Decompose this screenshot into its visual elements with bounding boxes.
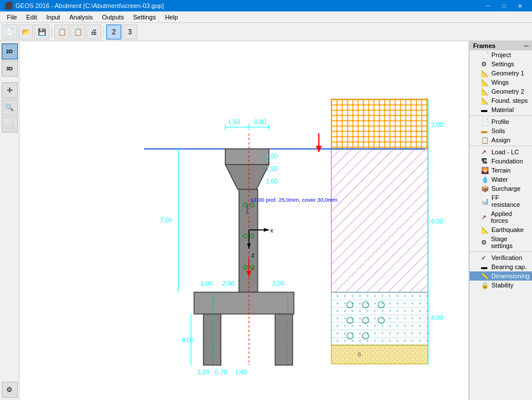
water-icon: 💧 <box>481 176 489 183</box>
menu-file[interactable]: File <box>2 11 22 23</box>
dimensioning-icon: 📏 <box>481 273 489 279</box>
panel-dimensioning[interactable]: 📏Dimensioning <box>470 271 532 281</box>
stability-icon: 🔒 <box>481 282 489 289</box>
panel-material[interactable]: ▬Material <box>470 105 532 114</box>
material-icon: ▬ <box>481 106 489 113</box>
svg-text:1,20: 1,20 <box>197 369 209 375</box>
open-button[interactable]: 📂 <box>18 25 33 39</box>
copy-button[interactable]: 📋 <box>54 25 69 39</box>
save-button[interactable]: 💾 <box>34 25 49 39</box>
panel-water[interactable]: 💧Water <box>470 175 532 184</box>
menu-analysis[interactable]: Analysis <box>65 11 97 23</box>
svg-text:2,00: 2,00 <box>272 280 284 287</box>
profile-icon: 📄 <box>481 118 489 125</box>
frames-collapse[interactable]: ─ <box>524 42 529 49</box>
titlebar-controls[interactable]: ─ □ ✕ <box>481 1 527 11</box>
svg-text:z: z <box>252 251 255 258</box>
menu-help[interactable]: Help <box>160 11 182 23</box>
svg-text:1,00: 1,00 <box>266 153 278 159</box>
panel-stage-settings[interactable]: ⚙Stage settings <box>470 234 532 250</box>
maximize-button[interactable]: □ <box>497 1 511 11</box>
titlebar-left: ⬛ GEOS 2016 - Abutment [C:\Abutment\scre… <box>5 2 164 10</box>
panel-project[interactable]: 📄Project <box>470 50 532 59</box>
svg-text:2,00: 2,00 <box>223 280 235 287</box>
panel-wings[interactable]: 📐Wings <box>470 78 532 87</box>
zoom-button[interactable]: 🔍 <box>2 99 18 115</box>
print-button[interactable]: 🖨 <box>86 25 101 39</box>
view-3d-button[interactable]: 3D <box>2 61 18 77</box>
svg-text:x: x <box>270 227 273 234</box>
earthquake-icon: 📐 <box>481 226 489 233</box>
pan-button[interactable]: ✛ <box>2 82 18 98</box>
panel-foundation[interactable]: 🏗Foundation <box>470 157 532 166</box>
panel-surcharge[interactable]: 📦Surcharge <box>470 184 532 193</box>
svg-text:12,00 prof. 25,0mm, cover 30,0: 12,00 prof. 25,0mm, cover 30,0mm <box>250 197 337 203</box>
minimize-button[interactable]: ─ <box>481 1 495 11</box>
panel-profile[interactable]: 📄Profile <box>470 117 532 126</box>
settings-icon-button[interactable]: ⚙ <box>2 382 18 398</box>
menu-settings[interactable]: Settings <box>129 11 161 23</box>
menubar: File Edit Input Analysis Outputs Setting… <box>0 11 532 23</box>
svg-rect-16 <box>239 189 258 292</box>
soils-icon: ▬ <box>481 127 489 134</box>
svg-rect-12 <box>331 345 428 364</box>
close-button[interactable]: ✕ <box>513 1 527 11</box>
panel-geometry2[interactable]: 📐Geometry 2 <box>470 87 532 96</box>
view-2d-button[interactable]: 2D <box>2 43 18 59</box>
found-steps-icon: 📐 <box>481 97 489 104</box>
svg-text:1,40: 1,40 <box>235 369 247 375</box>
main-area: 2D 3D ✛ 🔍 ⬜ ⚙ <box>0 41 532 400</box>
svg-rect-14 <box>225 149 269 165</box>
panel-geometry1[interactable]: 📐Geometry 1 <box>470 69 532 78</box>
svg-text:1,00: 1,00 <box>266 178 278 185</box>
panel-ff-resistance[interactable]: 📊FF resistance <box>470 193 532 209</box>
toolbar-2d[interactable]: 2 <box>106 25 121 39</box>
svg-text:0,80: 0,80 <box>254 118 266 125</box>
toolbar-3d[interactable]: 3 <box>122 25 137 39</box>
select-button[interactable]: ⬜ <box>2 117 18 133</box>
window-title: GEOS 2016 - Abutment [C:\Abutment\screen… <box>15 2 164 9</box>
load-icon: ↗ <box>481 149 489 155</box>
menu-edit[interactable]: Edit <box>22 11 42 23</box>
svg-rect-19 <box>275 314 293 365</box>
panel-settings[interactable]: ⚙Settings <box>470 59 532 69</box>
toolbar: 📄 📂 💾 📋 📋 🖨 2 3 <box>0 23 532 41</box>
svg-rect-11 <box>331 292 428 345</box>
bearing-cap-icon: ▬ <box>481 263 489 270</box>
panel-soils[interactable]: ▬Soils <box>470 126 532 135</box>
svg-text:8,00: 8,00 <box>181 337 193 343</box>
svg-text:8,00: 8,00 <box>431 314 443 321</box>
svg-text:7,00: 7,00 <box>160 217 172 223</box>
panel-verification[interactable]: ✓Verification <box>470 253 532 262</box>
geometry2-icon: 📐 <box>481 88 489 95</box>
svg-text:1,50: 1,50 <box>228 118 240 125</box>
panel-bearing-cap[interactable]: ▬Bearing cap. <box>470 262 532 271</box>
svg-rect-18 <box>204 314 221 365</box>
panel-assign[interactable]: 📋Assign <box>470 135 532 145</box>
panel-load-lc[interactable]: ↗Load - LC <box>470 147 532 157</box>
svg-rect-17 <box>194 292 293 314</box>
new-button[interactable]: 📄 <box>2 25 17 39</box>
svg-rect-10 <box>331 149 428 293</box>
ff-resistance-icon: 📊 <box>481 198 489 205</box>
paste-button[interactable]: 📋 <box>70 25 85 39</box>
svg-text:1,50: 1,50 <box>266 165 278 172</box>
assign-icon: 📋 <box>481 137 489 143</box>
svg-rect-9 <box>331 99 428 149</box>
surcharge-icon: 📦 <box>481 185 489 192</box>
drawing-canvas[interactable]: 1,50 0,80 7,00 1,00 1,50 1,00 1,00 2,00 … <box>19 41 469 400</box>
svg-text:0,70: 0,70 <box>215 369 227 375</box>
verification-icon: ✓ <box>481 254 489 261</box>
settings-icon: ⚙ <box>481 61 489 67</box>
panel-applied-forces[interactable]: ↗Applied forces <box>470 209 532 225</box>
panel-found-steps[interactable]: 📐Found. steps <box>470 96 532 105</box>
panel-earthquake[interactable]: 📐Earthquake <box>470 225 532 234</box>
menu-outputs[interactable]: Outputs <box>97 11 129 23</box>
panel-terrain[interactable]: 🌄Terrain <box>470 166 532 175</box>
project-icon: 📄 <box>481 51 489 58</box>
panel-stability[interactable]: 🔒Stability <box>470 281 532 290</box>
menu-input[interactable]: Input <box>42 11 65 23</box>
right-panel-header: Frames ─ <box>470 41 532 50</box>
stage-settings-icon: ⚙ <box>481 239 489 246</box>
foundation-icon: 🏗 <box>481 158 489 165</box>
